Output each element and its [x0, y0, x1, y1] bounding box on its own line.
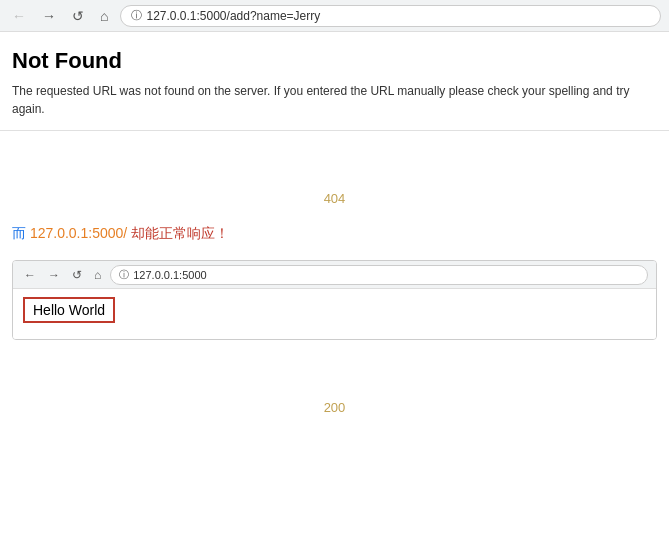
status-404-code: 404 — [0, 191, 669, 206]
not-found-description: The requested URL was not found on the s… — [12, 82, 657, 118]
inner-info-icon: ⓘ — [119, 268, 129, 282]
not-found-title: Not Found — [12, 48, 657, 74]
status-200-code: 200 — [0, 400, 669, 415]
inner-forward-button[interactable]: → — [45, 267, 63, 283]
inner-browser-chrome: ← → ↺ ⌂ ⓘ 127.0.0.1:5000 — [13, 261, 656, 289]
hello-world-box: Hello World — [23, 297, 115, 323]
inner-page-content: Hello World — [13, 289, 656, 339]
response-hint: 而 127.0.0.1:5000/ 却能正常响应！ — [0, 214, 669, 252]
hint-prefix: 而 — [12, 225, 26, 241]
hint-suffix: 却能正常响应！ — [131, 225, 229, 241]
hint-url: 127.0.0.1:5000/ — [30, 225, 127, 241]
reload-button[interactable]: ↺ — [68, 7, 88, 25]
inner-back-button[interactable]: ← — [21, 267, 39, 283]
info-icon: ⓘ — [131, 8, 142, 23]
back-button[interactable]: ← — [8, 7, 30, 25]
address-text-404: 127.0.0.1:5000/add?name=Jerry — [146, 9, 320, 23]
inner-browser-200: ← → ↺ ⌂ ⓘ 127.0.0.1:5000 Hello World — [12, 260, 657, 340]
address-bar-404[interactable]: ⓘ 127.0.0.1:5000/add?name=Jerry — [120, 5, 661, 27]
address-text-200: 127.0.0.1:5000 — [133, 269, 206, 281]
inner-reload-button[interactable]: ↺ — [69, 267, 85, 283]
inner-home-button[interactable]: ⌂ — [91, 267, 104, 283]
address-bar-200[interactable]: ⓘ 127.0.0.1:5000 — [110, 265, 648, 285]
page-404-content: Not Found The requested URL was not foun… — [0, 32, 669, 131]
browser-chrome-404: ← → ↺ ⌂ ⓘ 127.0.0.1:5000/add?name=Jerry — [0, 0, 669, 32]
forward-button[interactable]: → — [38, 7, 60, 25]
home-button[interactable]: ⌂ — [96, 7, 112, 25]
